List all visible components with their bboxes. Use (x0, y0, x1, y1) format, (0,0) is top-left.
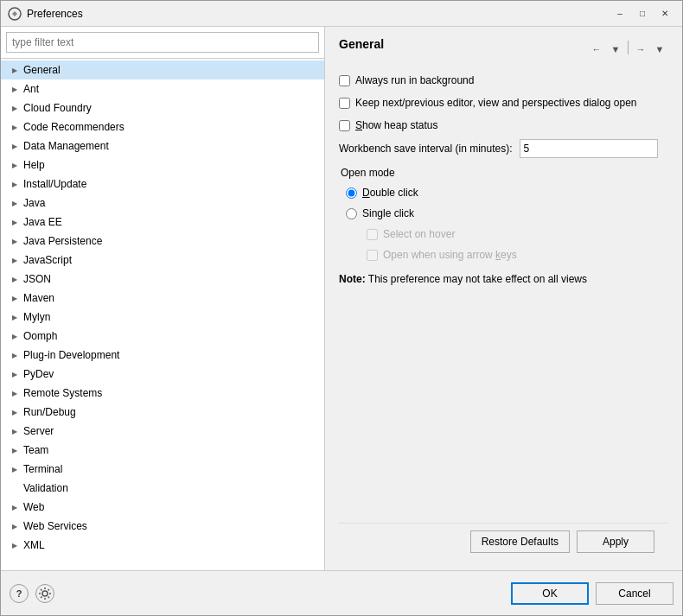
workbench-row: Workbench save interval (in minutes): (339, 139, 668, 158)
open-arrow-row: Open when using arrow keys (367, 246, 668, 264)
single-click-radio[interactable] (346, 208, 357, 219)
bottom-right: OK Cancel (511, 582, 673, 605)
tree-arrow-icon: ▶ (8, 367, 22, 381)
tree-item[interactable]: ▶Java Persistence (1, 232, 324, 251)
note-content: This preference may not take effect on a… (368, 273, 587, 285)
tree-item[interactable]: ▶Install/Update (1, 175, 324, 194)
tree-item-label: General (23, 64, 61, 76)
tree-item-label: Java (23, 197, 45, 209)
keep-dialog-checkbox[interactable] (339, 98, 350, 109)
preferences-window: Preferences – □ ✕ ▶General▶Ant▶Cloud Fou… (0, 0, 683, 616)
window-controls: – □ ✕ (610, 5, 675, 22)
tree-item[interactable]: ▶Data Management (1, 137, 324, 156)
tree-item-label: Terminal (23, 463, 62, 475)
keep-dialog-label: Keep next/previous editor, view and pers… (355, 97, 637, 109)
single-click-label: Single click (362, 207, 414, 219)
tree-arrow-icon: ▶ (8, 215, 22, 229)
tree-item[interactable]: ▶Help (1, 156, 324, 175)
tree-item[interactable]: ▶Code Recommenders (1, 117, 324, 137)
tree-item[interactable]: ▶Java (1, 194, 324, 213)
cancel-button[interactable]: Cancel (596, 582, 673, 605)
tree-item[interactable]: ▶Mylyn (1, 308, 324, 327)
action-buttons-row: Restore Defaults Apply (339, 523, 668, 560)
show-heap-checkbox[interactable] (339, 120, 350, 131)
tree-item-label: PyDev (23, 368, 54, 380)
open-mode-group: Open mode Double click Single click Sele… (339, 167, 668, 264)
tree-item[interactable]: ▶Terminal (1, 460, 324, 479)
always-run-checkbox[interactable] (339, 75, 350, 86)
bottom-bar: ? OK Cancel (1, 570, 682, 615)
tree-item[interactable]: ▶Remote Systems (1, 384, 324, 403)
tree-item[interactable]: ▶Plug-in Development (1, 346, 324, 365)
tree-item[interactable]: ▶Ant (1, 79, 324, 98)
tree-arrow-icon: ▶ (8, 348, 22, 362)
tree-arrow-icon: ▶ (8, 329, 22, 343)
show-heap-label: Show heap status (355, 119, 437, 131)
tree-item[interactable]: ▶PyDev (1, 365, 324, 384)
tree-item[interactable]: ▶Oomph (1, 327, 324, 346)
tree-item[interactable]: ▶Java EE (1, 213, 324, 232)
preferences-button[interactable] (35, 584, 54, 603)
always-run-label: Always run in background (355, 74, 474, 86)
tree-item-label: Oomph (23, 330, 57, 342)
forward-button[interactable]: → (632, 41, 649, 58)
tree-item-label: Plug-in Development (23, 349, 119, 361)
restore-defaults-button[interactable]: Restore Defaults (470, 530, 570, 553)
tree-item[interactable]: ▶Maven (1, 289, 324, 308)
tree-item-label: Help (23, 159, 45, 171)
tree-item[interactable]: ▶Team (1, 441, 324, 460)
panel-header: General ← ▼ → ▼ (339, 37, 668, 61)
open-arrow-checkbox[interactable] (367, 250, 378, 261)
tree-item[interactable]: ▶Cloud Foundry (1, 98, 324, 117)
window-title: Preferences (27, 8, 610, 20)
open-arrow-label: Open when using arrow keys (383, 249, 517, 261)
tree-arrow-icon: ▶ (8, 291, 22, 305)
tree-item[interactable]: ▶JSON (1, 270, 324, 289)
help-button[interactable]: ? (10, 584, 29, 603)
tree-list: ▶General▶Ant▶Cloud Foundry▶Code Recommen… (1, 59, 324, 570)
tree-item-label: JavaScript (23, 254, 72, 266)
tree-item[interactable]: ▶JavaScript (1, 251, 324, 270)
maximize-button[interactable]: □ (632, 5, 653, 22)
tree-item-label: Java EE (23, 216, 62, 228)
double-click-label: Double click (362, 187, 418, 199)
tree-item[interactable]: ▶Server (1, 422, 324, 441)
tree-arrow-icon: ▶ (8, 538, 22, 552)
workbench-save-input[interactable] (520, 139, 658, 158)
tree-item-label: Team (23, 444, 48, 456)
double-click-radio[interactable] (346, 187, 357, 199)
tree-item[interactable]: ▶Run/Debug (1, 403, 324, 422)
bottom-left: ? (10, 584, 54, 603)
tree-item-label: Code Recommenders (23, 121, 124, 133)
tree-arrow-icon: ▶ (8, 158, 22, 172)
sub-options: Select on hover Open when using arrow ke… (367, 225, 668, 264)
filter-input[interactable] (6, 32, 319, 53)
tree-item[interactable]: ▶General (1, 60, 324, 79)
tree-item[interactable]: ▶XML (1, 536, 324, 555)
tree-arrow-icon: ▶ (8, 63, 22, 77)
svg-point-1 (42, 591, 48, 596)
tree-item-label: Java Persistence (23, 235, 102, 247)
select-hover-checkbox[interactable] (367, 229, 378, 240)
close-button[interactable]: ✕ (654, 5, 675, 22)
tree-item-label: Validation (23, 482, 68, 494)
tree-item[interactable]: ▶Web (1, 498, 324, 517)
tree-arrow-icon: ▶ (8, 177, 22, 191)
tree-item[interactable]: Validation (1, 479, 324, 498)
tree-item-label: Web Services (23, 520, 87, 532)
tree-item-label: Maven (23, 292, 54, 304)
tree-item[interactable]: ▶Web Services (1, 517, 324, 536)
back-dropdown-button[interactable]: ▼ (607, 41, 624, 58)
tree-arrow-icon: ▶ (8, 139, 22, 153)
select-hover-row: Select on hover (367, 225, 668, 243)
tree-item-label: Web (23, 501, 44, 513)
minimize-button[interactable]: – (610, 5, 630, 22)
ok-button[interactable]: OK (511, 582, 589, 605)
apply-button[interactable]: Apply (577, 530, 654, 553)
forward-dropdown-button[interactable]: ▼ (651, 41, 668, 58)
back-button[interactable]: ← (588, 41, 605, 58)
separator (628, 41, 629, 54)
tree-arrow-icon: ▶ (8, 196, 22, 210)
single-click-row: Single click (346, 205, 668, 222)
tree-arrow-icon: ▶ (8, 443, 22, 457)
